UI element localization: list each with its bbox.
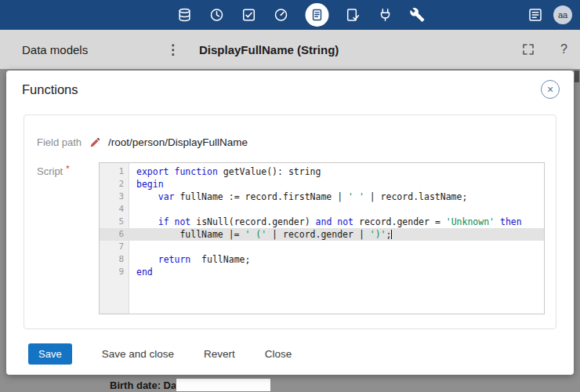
line-number: 8 (100, 253, 129, 266)
plug-icon[interactable] (378, 7, 393, 23)
line-code: end (129, 266, 153, 278)
field-path-label: Field path (37, 136, 82, 148)
line-number: 7 (100, 241, 129, 253)
dialog-title: Functions (22, 82, 78, 97)
wrench-icon[interactable] (410, 7, 426, 23)
required-marker: * (66, 164, 69, 173)
line-code (129, 241, 136, 253)
edit-pen-icon (89, 137, 100, 148)
line-code: return fullName; (129, 253, 250, 266)
page-title: DisplayFullName (String) (199, 30, 339, 69)
background-field-label: Birth date: Date (110, 379, 186, 391)
avatar[interactable]: aa (553, 5, 572, 24)
kebab-menu-icon[interactable]: ⋮ (166, 30, 179, 69)
functions-dialog: Functions × Field path /root/person/Disp… (6, 71, 574, 375)
code-lines: 1export function getValue(): string2begi… (100, 163, 544, 278)
close-button[interactable]: Close (265, 343, 292, 365)
line-code: if not isNull(record.gender) and not rec… (129, 216, 522, 228)
dimmed-page-bottom: Birth date: Date (0, 375, 580, 392)
code-line-6[interactable]: 6 fullName |= ' (' | record.gender | ')'… (100, 228, 544, 241)
line-number: 9 (100, 266, 129, 278)
fullscreen-icon[interactable] (522, 30, 535, 69)
line-number: 1 (100, 165, 129, 178)
tasks-icon[interactable] (241, 7, 257, 23)
background-input-fragment (176, 378, 271, 392)
code-line-2[interactable]: 2begin (100, 178, 544, 191)
code-line-3[interactable]: 3 var fullName := record.firstName | ' '… (100, 191, 544, 203)
save-and-close-button[interactable]: Save and close (102, 343, 174, 365)
log-icon[interactable] (527, 7, 543, 23)
line-code: export function getValue(): string (129, 165, 321, 178)
line-code (129, 203, 136, 216)
database-icon[interactable] (177, 7, 193, 23)
line-code: fullName |= ' (' | record.gender | ')'; (129, 228, 392, 241)
topbar-right-group: aa (527, 0, 572, 30)
function-form-panel: Field path /root/person/DisplayFullName … (24, 114, 556, 329)
line-number: 6 (100, 228, 129, 241)
help-icon[interactable]: ? (560, 30, 567, 69)
close-icon[interactable]: × (541, 80, 560, 99)
line-number: 4 (100, 203, 129, 216)
topbar-icon-group (177, 0, 426, 30)
line-number: 5 (100, 216, 129, 228)
field-path-row: Field path /root/person/DisplayFullName (37, 136, 248, 148)
code-line-5[interactable]: 5 if not isNull(record.gender) and not r… (100, 216, 544, 228)
page-scrollbar[interactable] (575, 71, 579, 82)
revert-button[interactable]: Revert (204, 343, 235, 365)
top-navigation-bar: aa (0, 0, 580, 30)
line-code: var fullName := record.firstName | ' ' |… (129, 191, 467, 203)
gauge-icon[interactable] (274, 7, 289, 23)
dialog-button-row: Save Save and close Revert Close (28, 343, 292, 365)
code-line-8[interactable]: 8 return fullName; (100, 253, 544, 266)
code-line-4[interactable]: 4 (100, 203, 544, 216)
code-editor[interactable]: 1export function getValue(): string2begi… (99, 162, 545, 314)
clock-icon[interactable] (209, 7, 225, 23)
code-line-1[interactable]: 1export function getValue(): string (100, 165, 544, 178)
line-code: begin (129, 178, 164, 191)
line-number: 3 (100, 191, 129, 203)
text-cursor (391, 230, 392, 239)
script-label: Script (37, 165, 63, 177)
validate-icon[interactable] (346, 7, 361, 23)
line-number: 2 (100, 178, 129, 191)
script-icon[interactable] (306, 3, 329, 27)
code-line-9[interactable]: 9end (100, 266, 544, 278)
breadcrumb-section: Data models (22, 30, 88, 69)
code-line-7[interactable]: 7 (100, 241, 544, 253)
script-label-row: Script* (37, 164, 70, 178)
field-path-value: /root/person/DisplayFullName (108, 136, 248, 148)
page-toolbar: Data models ⋮ DisplayFullName (String) ? (0, 30, 580, 69)
save-button[interactable]: Save (28, 343, 72, 365)
